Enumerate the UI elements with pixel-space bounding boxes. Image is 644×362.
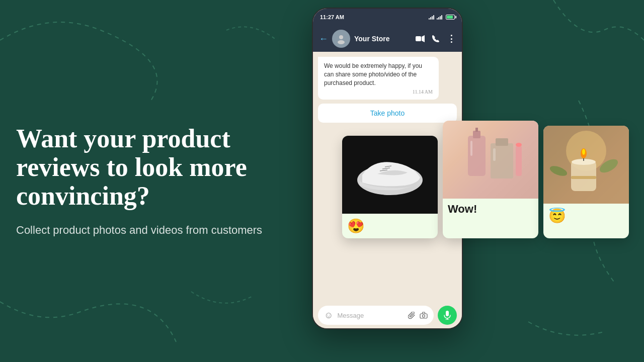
svg-rect-16: [496, 138, 508, 146]
status-icons: [429, 15, 455, 20]
shoe-card-footer: 😍: [342, 214, 438, 238]
message-text: We would be extremely happy, if you can …: [324, 62, 433, 87]
status-bar: 11:27 AM: [313, 9, 462, 26]
svg-rect-2: [416, 36, 421, 41]
svg-point-0: [339, 35, 343, 39]
take-photo-link[interactable]: Take photo: [370, 109, 405, 117]
attachment-icon[interactable]: [408, 312, 416, 319]
emoji-icon[interactable]: ☺: [324, 310, 333, 321]
candle-card-footer: 😇: [543, 204, 629, 228]
phone-icon[interactable]: [432, 35, 440, 43]
svg-point-5: [423, 315, 425, 317]
header-action-icons: ⋮: [416, 34, 456, 43]
main-heading: Want your product reviews to look more c…: [16, 124, 278, 211]
battery-icon: [446, 15, 455, 20]
review-card-perfume: Wow!: [443, 121, 538, 238]
shoe-image: [342, 136, 438, 214]
svg-marker-3: [422, 35, 425, 42]
left-content: Want your product reviews to look more c…: [16, 124, 278, 238]
input-action-icons: [408, 312, 428, 319]
svg-rect-14: [475, 128, 478, 132]
candle-emoji: 😇: [548, 208, 566, 224]
svg-point-18: [516, 143, 522, 147]
chat-header: ← Your Store ⋮: [313, 26, 462, 52]
wow-text: Wow!: [448, 203, 477, 216]
svg-rect-19: [470, 141, 472, 156]
message-placeholder: Message: [337, 312, 404, 319]
store-name: Your Store: [354, 35, 412, 43]
message-input-field[interactable]: ☺ Message: [318, 306, 434, 325]
shoe-emoji: 😍: [347, 218, 365, 234]
svg-rect-6: [446, 311, 449, 316]
svg-rect-13: [473, 131, 480, 138]
signal-icon: [429, 15, 435, 20]
message-time: 11.14 AM: [324, 89, 433, 95]
svg-point-1: [338, 40, 345, 44]
signal-icon-2: [437, 15, 443, 20]
sub-heading: Collect product photos and videos from c…: [16, 222, 278, 238]
candle-image: [543, 126, 629, 204]
video-call-icon[interactable]: [416, 35, 425, 42]
svg-rect-17: [516, 146, 522, 176]
svg-point-26: [582, 149, 585, 155]
chat-input-bar: ☺ Message: [313, 302, 462, 328]
review-cards-container: 😍 Wow!: [342, 136, 629, 238]
back-button[interactable]: ←: [319, 34, 328, 44]
svg-rect-4: [420, 314, 427, 318]
status-time: 11:27 AM: [320, 14, 344, 20]
mic-button[interactable]: [438, 306, 457, 325]
camera-icon[interactable]: [420, 312, 428, 319]
review-card-candle: 😇: [543, 126, 629, 238]
avatar: [332, 30, 350, 48]
take-photo-section[interactable]: Take photo: [318, 104, 457, 123]
review-card-shoe: 😍: [342, 136, 438, 238]
message-bubble: We would be extremely happy, if you can …: [318, 57, 439, 100]
more-options-icon[interactable]: ⋮: [447, 34, 456, 43]
svg-rect-20: [493, 148, 496, 161]
svg-rect-30: [571, 176, 596, 179]
perfume-card-footer: Wow!: [443, 199, 538, 220]
perfume-image: [443, 121, 538, 199]
